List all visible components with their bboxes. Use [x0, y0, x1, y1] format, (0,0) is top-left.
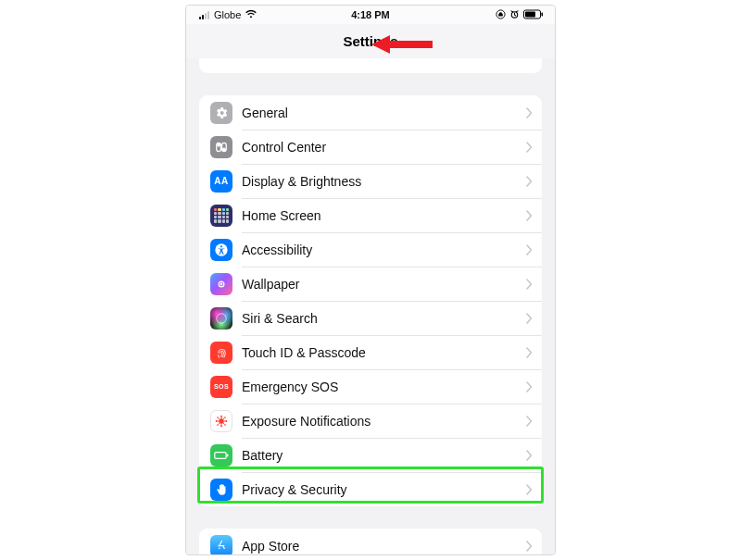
chevron-right-icon: [526, 313, 533, 324]
svg-rect-32: [226, 454, 228, 456]
chevron-right-icon: [526, 416, 533, 427]
gear-icon: [210, 102, 232, 124]
settings-group-store: App Store Wallet: [199, 529, 542, 554]
svg-line-27: [219, 417, 220, 419]
row-general[interactable]: General: [199, 95, 542, 130]
row-label: Emergency SOS: [242, 380, 526, 394]
app-store-icon: [210, 535, 232, 555]
chevron-right-icon: [526, 484, 533, 495]
row-emergency-sos[interactable]: SOS Emergency SOS: [199, 369, 542, 404]
chevron-right-icon: [526, 381, 533, 392]
chevron-right-icon: [526, 541, 533, 552]
row-privacy-security[interactable]: Privacy & Security: [199, 472, 542, 506]
row-touch-id-passcode[interactable]: Touch ID & Passcode: [199, 335, 542, 369]
svg-rect-4: [542, 12, 544, 16]
svg-rect-3: [525, 11, 535, 17]
row-label: Home Screen: [242, 208, 526, 223]
svg-line-30: [223, 422, 225, 424]
row-label: Battery: [242, 448, 526, 463]
sliders-icon: [210, 136, 232, 158]
row-app-store[interactable]: App Store: [199, 529, 542, 554]
chevron-right-icon: [526, 210, 533, 221]
settings-scroll[interactable]: General Control Center AA Display & Brig…: [186, 58, 555, 554]
row-label: Touch ID & Passcode: [242, 345, 526, 360]
alarm-icon: [509, 9, 520, 21]
sos-icon: SOS: [210, 376, 232, 398]
nav-bar: Settings: [186, 24, 555, 59]
svg-point-22: [224, 424, 226, 426]
svg-point-13: [217, 313, 227, 323]
row-control-center[interactable]: Control Center: [199, 130, 542, 164]
svg-rect-31: [214, 452, 225, 458]
chevron-right-icon: [526, 176, 533, 187]
wallpaper-icon: [210, 273, 232, 295]
status-bar: Globe 4:18 PM: [186, 6, 555, 24]
svg-point-21: [217, 424, 219, 426]
lock-rotation-icon: [496, 9, 506, 21]
battery-icon: [523, 9, 544, 21]
chevron-right-icon: [526, 347, 533, 358]
row-wallpaper[interactable]: Wallpaper: [199, 267, 542, 301]
row-label: Display & Brightness: [242, 174, 526, 189]
svg-line-28: [223, 417, 225, 419]
hand-icon: [210, 479, 232, 501]
chevron-right-icon: [526, 107, 533, 118]
fingerprint-icon: [210, 342, 232, 364]
row-display-brightness[interactable]: AA Display & Brightness: [199, 164, 542, 198]
row-accessibility[interactable]: Accessibility: [199, 232, 542, 267]
row-label: App Store: [242, 539, 526, 554]
chevron-right-icon: [526, 142, 533, 153]
row-exposure-notifications[interactable]: Exposure Notifications: [199, 404, 542, 438]
svg-point-20: [224, 417, 226, 418]
svg-point-12: [220, 283, 222, 285]
nav-title: Settings: [343, 33, 397, 49]
row-label: Siri & Search: [242, 311, 526, 326]
row-label: General: [242, 106, 526, 120]
chevron-right-icon: [526, 279, 533, 290]
row-battery[interactable]: Battery: [199, 438, 542, 472]
row-siri-search[interactable]: Siri & Search: [199, 301, 542, 335]
row-home-screen[interactable]: Home Screen: [199, 198, 542, 232]
app-grid-icon: [210, 205, 232, 227]
letter-a-icon: AA: [210, 170, 232, 193]
chevron-right-icon: [526, 244, 533, 255]
chevron-right-icon: [526, 450, 533, 461]
row-label: Privacy & Security: [242, 482, 526, 497]
settings-group-main: General Control Center AA Display & Brig…: [199, 95, 542, 506]
row-label: Wallpaper: [242, 277, 526, 292]
battery-icon: [210, 444, 232, 467]
row-label: Accessibility: [242, 243, 526, 257]
siri-icon: [210, 307, 232, 330]
previous-group-bottom: [199, 58, 542, 73]
svg-point-10: [220, 245, 222, 247]
exposure-icon: [210, 410, 232, 432]
svg-point-8: [223, 148, 226, 151]
accessibility-icon: [210, 239, 232, 261]
svg-point-7: [218, 143, 220, 146]
svg-point-19: [217, 417, 219, 418]
row-label: Exposure Notifications: [242, 414, 526, 429]
svg-line-29: [219, 422, 220, 424]
row-label: Control Center: [242, 140, 526, 155]
phone-frame: Globe 4:18 PM Settings: [185, 5, 556, 555]
